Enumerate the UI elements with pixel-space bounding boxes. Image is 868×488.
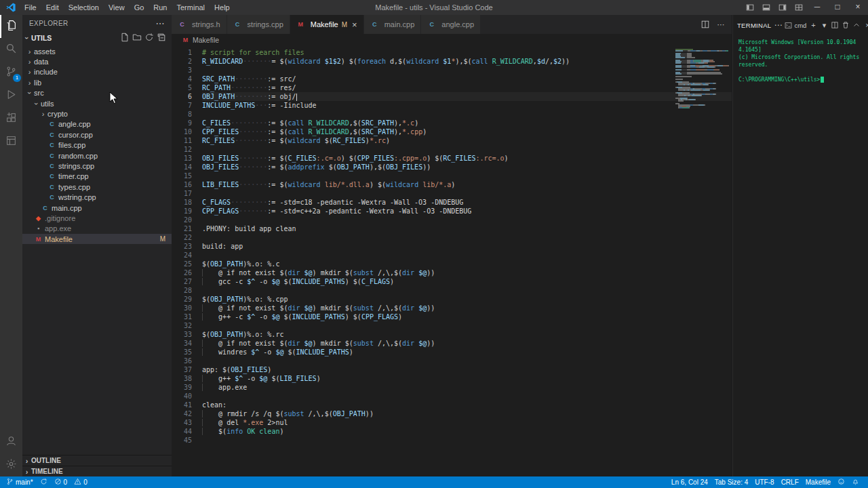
tree-item-types-cpp[interactable]: Ctypes.cpp	[22, 182, 172, 192]
chevron-up-icon[interactable]	[852, 21, 861, 29]
activitybar-item-extensions[interactable]	[0, 107, 22, 130]
code-line	[202, 251, 732, 260]
menu-edit[interactable]: Edit	[41, 0, 64, 15]
code-token: gcc -c	[218, 278, 247, 285]
sidebar-section-outline[interactable]: ›OUTLINE	[22, 455, 172, 466]
tree-item-include[interactable]: ›include	[22, 67, 172, 77]
tree-item-app-exe[interactable]: ▪app.exe	[22, 224, 172, 234]
tree-item-angle-cpp[interactable]: Cangle.cpp	[22, 119, 172, 129]
tree-item-random-cpp[interactable]: Crandom.cpp	[22, 150, 172, 161]
menu-go[interactable]: Go	[130, 0, 149, 15]
menu-run[interactable]: Run	[149, 0, 172, 15]
layout-panel-icon[interactable]	[758, 0, 774, 15]
code-token: ),	[394, 128, 402, 136]
code-token: call	[288, 128, 304, 136]
layout-sidebar-right-icon[interactable]	[774, 0, 791, 15]
close-x-icon[interactable]: ×	[863, 21, 868, 29]
status-branch[interactable]: main*	[3, 478, 37, 487]
plus-icon[interactable]: +	[809, 21, 817, 29]
breadcrumb[interactable]: M Makefile	[172, 34, 732, 46]
more-icon[interactable]: ⋯	[717, 20, 725, 29]
layout-sidebar-icon[interactable]	[742, 0, 758, 15]
status-crlf[interactable]: CRLF	[778, 478, 802, 487]
close-button[interactable]: ×	[848, 0, 868, 15]
tree-item-files-cpp[interactable]: Cfiles.cpp	[22, 140, 172, 150]
maximize-button[interactable]: □	[827, 0, 848, 15]
activitybar-item-run-debug[interactable]	[0, 84, 22, 107]
minimap-token	[678, 84, 683, 85]
status-utf-8[interactable]: UTF-8	[751, 478, 777, 487]
menu-view[interactable]: View	[104, 0, 130, 15]
new-folder-icon[interactable]	[132, 33, 142, 43]
minimize-button[interactable]: ─	[807, 0, 827, 15]
activitybar-item-settings[interactable]	[0, 453, 22, 476]
editor-code[interactable]: # script for search filesR_WILDCARD·····…	[200, 48, 732, 476]
tab-strings-cpp[interactable]: Cstrings.cpp	[227, 15, 290, 34]
tab-makefile[interactable]: MMakefileM×	[290, 15, 364, 34]
activitybar-item-explorer[interactable]	[0, 15, 22, 38]
menu-selection[interactable]: Selection	[64, 0, 104, 15]
status-makefile[interactable]: Makefile	[802, 478, 834, 487]
status-error[interactable]: 0	[51, 478, 71, 487]
code-token: *.cpp	[402, 128, 422, 136]
tree-item-data[interactable]: ›data	[22, 56, 172, 66]
tree-item-utils[interactable]: ›utils	[22, 98, 172, 108]
tree-item-makefile[interactable]: MMakefileM	[22, 234, 172, 244]
menu-file[interactable]: File	[20, 0, 41, 15]
tab-main-cpp[interactable]: Cmain.cpp	[364, 15, 422, 34]
more-actions-icon[interactable]: ⋯	[156, 18, 165, 28]
tab-close-icon[interactable]: ×	[352, 20, 357, 30]
status-ln-6-col-24[interactable]: Ln 6, Col 24	[668, 478, 711, 487]
code-token: ))	[366, 410, 374, 418]
line-number: 20	[172, 216, 192, 224]
activitybar-item-remote-window[interactable]	[0, 130, 22, 153]
scm-badge: 1	[13, 74, 21, 82]
terminal-more-icon[interactable]: ⋯	[774, 20, 782, 30]
minimap-token	[701, 95, 702, 96]
tree-item-assets[interactable]: ›assets	[22, 46, 172, 56]
layout-customize-icon[interactable]	[791, 0, 807, 15]
workspace-section-header[interactable]: › UTILS	[22, 31, 172, 45]
tree-item-main-cpp[interactable]: Cmain.cpp	[22, 203, 172, 213]
tree-item-timer-cpp[interactable]: Ctimer.cpp	[22, 171, 172, 182]
code-editor[interactable]: 1234567891011121314151617181920212223242…	[172, 46, 732, 476]
sidebar-section-timeline[interactable]: ›TIMELINE	[22, 466, 172, 476]
activitybar-item-search[interactable]	[0, 38, 22, 61]
line-number: 38	[172, 374, 192, 383]
status-bell[interactable]	[848, 478, 863, 487]
new-file-icon[interactable]	[120, 33, 130, 43]
collapse-all-icon[interactable]	[157, 33, 166, 43]
code-line: @ if not exist $(dir $@) mkdir $(subst /…	[202, 304, 732, 312]
tree-item-gitignore[interactable]: ◆.gitignore	[22, 213, 172, 223]
activitybar-item-account[interactable]	[0, 430, 22, 453]
tab-strings-h[interactable]: Cstrings.h	[172, 15, 227, 34]
split-editor-icon[interactable]	[701, 20, 710, 29]
activitybar-item-source-control[interactable]: 1	[0, 61, 22, 84]
tree-item-cursor-cpp[interactable]: Ccursor.cpp	[22, 129, 172, 140]
menu-terminal[interactable]: Terminal	[172, 0, 210, 15]
code-token: OBJ_PATH	[333, 410, 366, 418]
status-warning[interactable]: 0	[71, 478, 91, 487]
tab-label: Makefile	[311, 20, 338, 28]
minimap[interactable]	[675, 49, 730, 110]
refresh-icon[interactable]	[144, 33, 154, 43]
tree-item-crypto[interactable]: ›crypto	[22, 108, 172, 119]
line-number: 4	[172, 75, 192, 83]
dropdown-icon[interactable]: ▾	[820, 21, 828, 30]
tree-item-wstring-cpp[interactable]: Cwstring.cpp	[22, 192, 172, 202]
status-tab-size-4[interactable]: Tab Size: 4	[711, 478, 751, 487]
tab-angle-cpp[interactable]: Cangle.cpp	[421, 15, 481, 34]
tree-item-src[interactable]: ›src	[22, 88, 172, 98]
terminal-tab[interactable]: TERMINAL	[737, 22, 771, 29]
status-sync[interactable]	[37, 478, 51, 487]
tree-item-lib[interactable]: ›lib	[22, 77, 172, 87]
status-feedback[interactable]	[834, 478, 848, 487]
tree-item-label: app.exe	[45, 224, 71, 232]
shell-selector[interactable]: cmd	[785, 22, 806, 29]
tree-item-strings-cpp[interactable]: Cstrings.cpp	[22, 161, 172, 171]
terminal-output[interactable]: Microsoft Windows [Version 10.0.19044.16…	[733, 35, 868, 476]
menu-help[interactable]: Help	[210, 0, 235, 15]
trash-icon[interactable]	[842, 21, 850, 29]
code-line	[202, 189, 732, 198]
split-terminal-icon[interactable]	[831, 21, 839, 29]
